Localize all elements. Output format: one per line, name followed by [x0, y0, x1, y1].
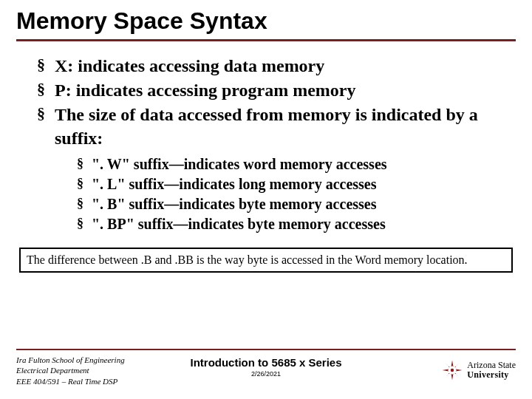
sub-bullet-b: ". B" suffix—indicates byte memory acces… [77, 194, 516, 214]
bullet-size-suffix: The size of data accessed from memory is… [37, 103, 516, 233]
sub-bullet-l: ". L" suffix—indicates long memory acces… [77, 174, 516, 194]
bullet-x-memory: X: indicates accessing data memory [37, 55, 516, 78]
bullet-size-suffix-text: The size of data accessed from memory is… [55, 105, 478, 147]
slide-title: Memory Space Syntax [16, 7, 516, 41]
asu-sunburst-icon [441, 359, 463, 381]
footer-logo: Arizona State University [441, 359, 516, 381]
slide: Memory Space Syntax X: indicates accessi… [0, 0, 532, 399]
asu-line2: University [467, 370, 516, 380]
sub-bullet-list: ". W" suffix—indicates word memory acces… [55, 154, 516, 234]
footer-school: Ira Fulton School of Engineering [16, 355, 125, 365]
footer-course: EEE 404/591 – Real Time DSP [16, 376, 125, 386]
footer: Ira Fulton School of Engineering Electri… [16, 349, 516, 393]
footer-left: Ira Fulton School of Engineering Electri… [16, 355, 125, 386]
footer-center: Introduction to 5685 x Series 2/26/2021 [190, 356, 341, 378]
bullet-p-memory: P: indicates accessing program memory [37, 79, 516, 102]
footer-center-date: 2/26/2021 [190, 370, 341, 378]
main-bullet-list: X: indicates accessing data memory P: in… [16, 55, 516, 234]
footer-center-title: Introduction to 5685 x Series [190, 356, 341, 369]
note-box: The difference between .B and .BB is the… [19, 248, 513, 273]
sub-bullet-bp: ". BP" suffix—indicates byte memory acce… [77, 214, 516, 234]
footer-dept: Electrical Department [16, 365, 125, 375]
svg-point-0 [451, 369, 454, 372]
asu-logo-text: Arizona State University [467, 361, 516, 379]
sub-bullet-w: ". W" suffix—indicates word memory acces… [77, 154, 516, 174]
